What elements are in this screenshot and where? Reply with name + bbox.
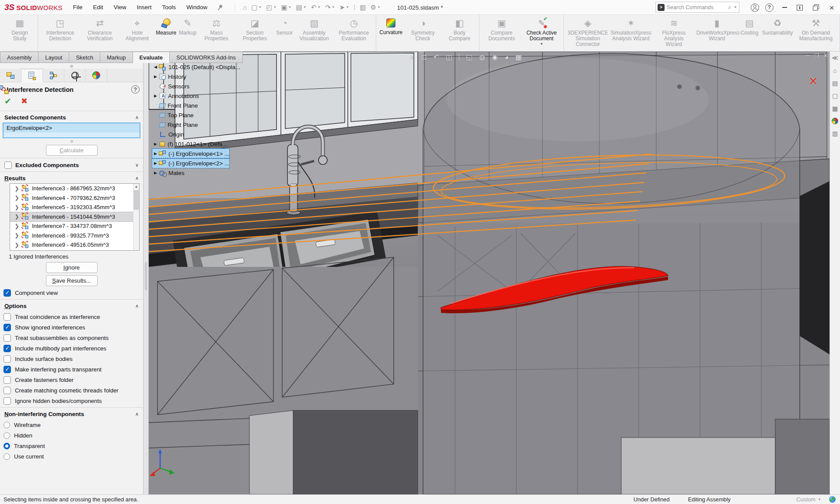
view-palette-icon[interactable]: ▦	[832, 105, 838, 112]
radio-button[interactable]	[4, 453, 10, 460]
graphics-area[interactable]: ⌕⊡↶◫◱◍◉◕▦ —❐✕ ✕ ◀101-025 (Default) <Disp…	[149, 52, 830, 494]
assembly-3d-scene[interactable]	[149, 52, 830, 494]
on-demand-manufacturing-button[interactable]: ⚒On Demand Manufacturing	[794, 15, 837, 42]
tree-expander-icon[interactable]: ▶	[152, 171, 159, 175]
interference-result-row[interactable]: ❯Interference7 - 334737.08mm^3	[10, 221, 139, 231]
tree-item-mates[interactable]: ▶Mates	[152, 168, 184, 178]
collapse-taskpane-icon[interactable]: ≪	[832, 54, 838, 61]
option-checkbox[interactable]	[4, 366, 11, 373]
panel-splitter[interactable]	[144, 63, 149, 494]
zoom-fit-icon[interactable]: ⌕	[410, 53, 414, 61]
menu-insert[interactable]: Insert	[133, 1, 156, 13]
option-treat-subassemblies-as-components[interactable]: Treat subassemblies as components	[0, 334, 143, 342]
menu-edit[interactable]: Edit	[89, 1, 108, 13]
hide-show-items-icon[interactable]: ◉	[492, 53, 498, 61]
connection-globe-icon[interactable]	[829, 496, 836, 503]
calculate-button[interactable]: Calculate	[46, 145, 98, 156]
custom-properties-icon[interactable]: ▥	[832, 130, 838, 137]
interference-result-row[interactable]: ❯Interference3 - 8667965.32mm^3	[10, 184, 139, 193]
radio-button[interactable]	[4, 432, 10, 439]
tree-expander-icon[interactable]: ▶	[152, 151, 159, 156]
dropdown-caret-icon[interactable]: ▼	[332, 5, 335, 9]
component-view-checkbox[interactable]	[4, 289, 11, 297]
driveworksxpress-wizard-button[interactable]: ▮DriveWorksXpress Wizard	[695, 15, 738, 42]
search-input[interactable]	[667, 4, 726, 10]
floxpress-analysis-wizard-button[interactable]: ≋FloXpress Analysis Wizard	[652, 15, 695, 48]
cancel-confirmation-icon[interactable]: ✕	[808, 74, 818, 88]
redo-icon[interactable]: ↷▼	[323, 3, 337, 12]
curvature-button[interactable]: Curvature	[378, 15, 403, 36]
body-compare-button[interactable]: ◧Body Compare	[442, 15, 477, 42]
previous-view-icon[interactable]: ↶	[433, 53, 439, 61]
lower-cabinets[interactable]	[149, 257, 418, 494]
simulationxpress-analysis-wizard-button[interactable]: ✶SimulationXpress Analysis Wizard	[609, 15, 652, 42]
dropdown-caret-icon[interactable]: ▼	[258, 5, 262, 9]
selected-components-box[interactable]: ErgoEnvelope<2>	[3, 122, 140, 138]
radio-use-current[interactable]: Use current	[0, 452, 143, 460]
option-checkbox[interactable]	[4, 397, 11, 405]
dropdown-caret-icon[interactable]: ▼	[317, 5, 321, 9]
select-arrow-icon[interactable]: ➤▼	[338, 3, 351, 12]
option-treat-coincidence-as-interference[interactable]: Treat coincidence as interference	[0, 313, 143, 321]
panel-resize-handle[interactable]	[70, 65, 73, 68]
scroll-up-icon[interactable]: ▲	[133, 184, 139, 189]
manager-tab-configurationmanager[interactable]	[43, 69, 64, 82]
tree-item-history[interactable]: ▶History	[152, 72, 186, 81]
3dexperience-simulation-connector-button[interactable]: ◈3DEXPERIENCE Simulation Connector	[566, 15, 609, 48]
expand-chevron-icon[interactable]: ❯	[14, 204, 20, 210]
option-checkbox[interactable]	[4, 324, 11, 331]
3dexperience-home-icon[interactable]: ⌂	[833, 67, 836, 74]
compare-documents-button[interactable]: ▣Compare Documents	[482, 15, 522, 42]
document-close-icon[interactable]: ✕	[823, 52, 828, 59]
design-library-icon[interactable]: ▤	[832, 80, 838, 87]
pin-menu-icon[interactable]	[215, 2, 224, 12]
selected-components-section[interactable]: Selected Components ∧	[0, 113, 143, 122]
expand-chevron-icon[interactable]: ❯	[14, 223, 20, 229]
document-restore-icon[interactable]: ❐	[814, 52, 819, 59]
menu-file[interactable]: File	[69, 1, 87, 13]
cancel-button[interactable]: ✖	[21, 96, 28, 106]
box-resize-handle[interactable]	[70, 140, 73, 143]
assembly-visualization-button[interactable]: ▧Assembly Visualization	[294, 15, 334, 42]
hole-alignment-button[interactable]: ⌖Hole Alignment	[120, 15, 155, 42]
tab-markup[interactable]: Markup	[100, 52, 133, 63]
tab-layout[interactable]: Layout	[38, 52, 69, 63]
edit-appearance-icon[interactable]: ◕	[504, 53, 509, 61]
dropdown-caret-icon[interactable]: ▼	[540, 43, 543, 46]
tree-item-right-plane[interactable]: Right Plane	[152, 120, 198, 130]
option-checkbox[interactable]	[4, 313, 11, 321]
tree-item-origin[interactable]: Origin	[152, 130, 184, 139]
settings-icon[interactable]: ⚙▼	[368, 3, 382, 12]
configuration-dropdown[interactable]: Custom▼	[796, 496, 821, 503]
help-icon[interactable]: ?	[765, 4, 774, 12]
measure-button[interactable]: Measure	[154, 15, 177, 37]
interference-result-row[interactable]: ❯Interference4 - 7079362.62mm^3	[10, 193, 139, 203]
radio-wireframe[interactable]: Wireframe	[0, 421, 143, 429]
dropdown-caret-icon[interactable]: ▼	[288, 5, 292, 9]
option-show-ignored-interferences[interactable]: Show ignored interferences	[0, 323, 143, 331]
selected-component-item[interactable]: ErgoEnvelope<2>	[4, 123, 140, 133]
interference-result-row[interactable]: ❯Interference8 - 99325.77mm^3	[10, 231, 139, 241]
results-scrollbar[interactable]: ▲	[133, 184, 139, 250]
option-checkbox[interactable]	[4, 345, 11, 352]
options-section[interactable]: Options ∧	[0, 301, 143, 310]
collapse-chevron-icon[interactable]: ∧	[135, 175, 139, 181]
tree-expander-icon[interactable]: ▶	[152, 142, 159, 146]
manager-tab-displaymanager[interactable]	[86, 69, 107, 82]
tree-expander-icon[interactable]: ◀	[152, 65, 159, 69]
search-dropdown-icon[interactable]: ▼	[734, 5, 737, 9]
expand-chevron-icon[interactable]: ❯	[14, 232, 20, 238]
interference-result-row[interactable]: ❯Interference5 - 3192303.45mm^3	[10, 203, 139, 212]
dropdown-caret-icon[interactable]: ▼	[377, 5, 381, 9]
expand-chevron-icon[interactable]: ❯	[14, 214, 20, 220]
interference-result-row[interactable]: ❯Interference9 - 49516.05mm^3	[10, 240, 139, 250]
scrollbar-thumb[interactable]	[134, 190, 139, 210]
dropdown-caret-icon[interactable]: ▼	[346, 5, 349, 9]
ok-button[interactable]: ✔	[4, 96, 11, 106]
option-checkbox[interactable]	[4, 355, 11, 363]
component-view-option[interactable]: Component view	[0, 289, 143, 297]
dropdown-caret-icon[interactable]: ▼	[303, 5, 307, 9]
excluded-components-checkbox[interactable]	[4, 161, 12, 169]
menu-view[interactable]: View	[109, 1, 131, 13]
markup-button[interactable]: ✎Markup	[178, 15, 198, 37]
